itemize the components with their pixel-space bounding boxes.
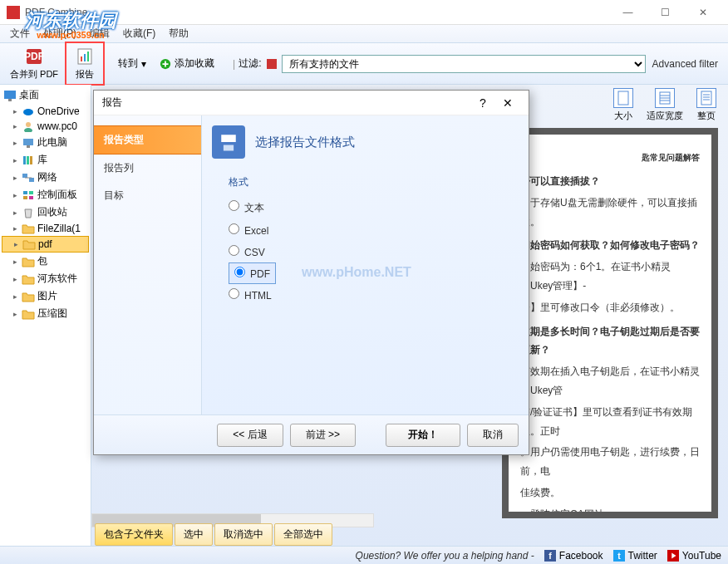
tree-item-icon [22, 189, 35, 201]
report-button[interactable]: 报告 [68, 45, 101, 82]
svg-rect-25 [618, 91, 628, 105]
radio-pdf[interactable]: PDF [229, 262, 276, 284]
tree-item-此电脑[interactable]: ▸此电脑 [2, 134, 89, 151]
svg-text:t: t [617, 550, 621, 560]
merge-to-pdf-button[interactable]: PDF 合并到 PDF [3, 45, 65, 82]
menu-process[interactable]: 处理(P) [37, 25, 83, 42]
tree-item-icon [22, 256, 35, 267]
tab-include-subfolders[interactable]: 包含子文件夹 [95, 523, 173, 546]
tree-item-图片[interactable]: ▸图片 [2, 287, 89, 305]
report-dialog: 报告 ? ✕ 报告类型 报告列 目标 选择报告文件格式 格式 文本 Excel … [93, 90, 529, 455]
fit-width-icon [655, 88, 675, 108]
full-page-button[interactable]: 整页 [691, 86, 721, 124]
expand-icon: ▸ [13, 310, 22, 318]
twitter-icon: t [613, 550, 625, 562]
filter-select[interactable]: 所有支持的文件 [282, 55, 646, 73]
report-icon [75, 47, 95, 66]
tree-item-label: 回收站 [37, 205, 67, 219]
goto-button[interactable]: 转到 ▾ [111, 55, 153, 72]
radio-text[interactable]: 文本 [229, 196, 519, 219]
tree-item-icon [22, 207, 35, 218]
expand-icon: ▸ [13, 257, 22, 266]
menu-file[interactable]: 文件 [3, 25, 37, 42]
youtube-link[interactable]: YouTube [667, 550, 721, 562]
radio-excel[interactable]: Excel [229, 219, 519, 241]
tree-item-控制面板[interactable]: ▸控制面板 [2, 186, 89, 204]
expand-icon: ▸ [13, 156, 22, 164]
svg-rect-13 [23, 139, 33, 145]
expand-icon: ▸ [13, 122, 22, 130]
svg-rect-42 [224, 145, 234, 151]
add-favorite-button[interactable]: 添加收藏 [153, 55, 221, 72]
menu-edit[interactable]: 编辑 [83, 25, 116, 42]
tree-item-onedrive[interactable]: ▸OneDrive [2, 104, 89, 119]
tree-item-icon [22, 120, 35, 132]
svg-rect-9 [8, 99, 12, 101]
tree-item-河东软件[interactable]: ▸河东软件 [2, 270, 89, 287]
merge-label: 合并到 PDF [10, 68, 58, 81]
tab-uncheck[interactable]: 取消选中 [214, 523, 273, 546]
tree-item-icon [22, 273, 35, 285]
filter-label: 过滤: [239, 56, 261, 71]
svg-point-10 [23, 109, 33, 115]
svg-rect-19 [29, 178, 34, 182]
minimize-button[interactable]: — [609, 0, 647, 25]
menu-help[interactable]: 帮助 [162, 25, 195, 42]
back-button[interactable]: << 后退 [217, 424, 283, 447]
dialog-footer: << 后退 前进 >> 开始！ 取消 [94, 414, 529, 454]
tree-item-label: pdf [38, 238, 52, 250]
tree-item-label: 包 [37, 254, 47, 268]
twitter-link[interactable]: t Twitter [613, 550, 657, 562]
tree-item-label: FileZilla(1 [37, 223, 81, 234]
radio-html[interactable]: HTML [229, 284, 519, 306]
statusbar: Question? We offer you a helping hand - … [0, 546, 728, 564]
svg-rect-7 [267, 59, 277, 69]
tree-item-回收站[interactable]: ▸回收站 [2, 204, 89, 221]
selection-tabs: 包含子文件夹 选中 取消选中 全部选中 [91, 520, 336, 549]
dialog-heading: 选择报告文件格式 [255, 135, 355, 150]
start-button[interactable]: 开始！ [386, 424, 460, 447]
zoom-size-button[interactable]: 大小 [608, 86, 638, 124]
dropdown-icon: ▾ [141, 58, 146, 70]
dialog-help-button[interactable]: ? [470, 96, 495, 110]
dialog-titlebar: 报告 ? ✕ [94, 91, 529, 115]
advanced-filter-link[interactable]: Advanced filter [652, 58, 718, 70]
save-icon [212, 125, 245, 159]
forward-button[interactable]: 前进 >> [290, 424, 356, 447]
tree-item-pdf[interactable]: ▸pdf [2, 236, 89, 253]
maximize-button[interactable]: ☐ [647, 0, 684, 25]
close-button[interactable]: ✕ [684, 0, 721, 25]
document-preview[interactable]: 匙常见问题解答 否可以直接插拔？ 归于存储U盘无需删除硬件，可以直接插拔。 初始… [502, 128, 718, 518]
tree-item-icon [22, 172, 35, 184]
menu-favorites[interactable]: 收藏(F) [116, 25, 162, 42]
tree-item-压缩图[interactable]: ▸压缩图 [2, 305, 89, 322]
tree-root-desktop[interactable]: 桌面 [2, 86, 89, 104]
expand-icon: ▸ [13, 107, 22, 115]
svg-rect-23 [23, 196, 27, 199]
dialog-close-button[interactable]: ✕ [495, 96, 520, 110]
tree-item-label: www.pc0 [37, 120, 77, 132]
tab-check-all[interactable]: 全部选中 [274, 523, 332, 546]
tree-item-icon [22, 105, 35, 117]
tree-item-filezilla(1[interactable]: ▸FileZilla(1 [2, 221, 89, 236]
report-label: 报告 [76, 68, 94, 81]
radio-csv[interactable]: CSV [229, 241, 519, 262]
facebook-link[interactable]: f Facebook [544, 550, 603, 562]
nav-report-columns[interactable]: 报告列 [94, 154, 201, 182]
window-titlebar: PDF Combine — ☐ ✕ [0, 0, 728, 25]
expand-icon: ▸ [13, 292, 22, 301]
nav-report-target[interactable]: 目标 [94, 182, 201, 209]
dialog-sidebar: 报告类型 报告列 目标 [94, 115, 202, 414]
facebook-icon: f [544, 550, 556, 562]
nav-report-type[interactable]: 报告类型 [94, 125, 201, 154]
cancel-button[interactable]: 取消 [467, 424, 519, 447]
fit-width-button[interactable]: 适应宽度 [642, 86, 688, 124]
tree-item-包[interactable]: ▸包 [2, 253, 89, 270]
tree-item-www.pc0[interactable]: ▸www.pc0 [2, 119, 89, 134]
add-favorite-label: 添加收藏 [175, 56, 214, 71]
tab-check[interactable]: 选中 [175, 523, 213, 546]
tree-item-网络[interactable]: ▸网络 [2, 169, 89, 186]
tree-item-库[interactable]: ▸库 [2, 151, 89, 169]
tree-item-label: 河东软件 [37, 272, 77, 286]
plus-icon [160, 58, 171, 70]
